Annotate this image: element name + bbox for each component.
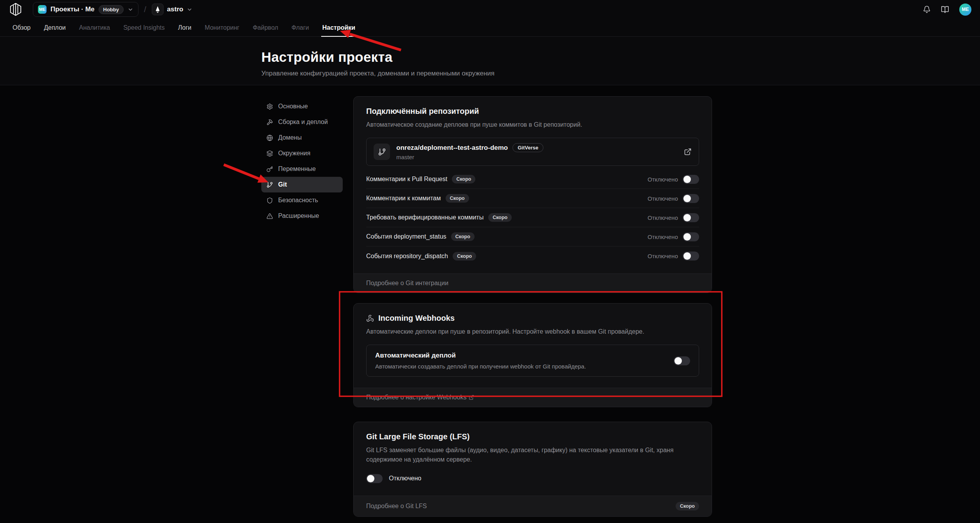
repository-name: onreza/deploment--test-astro-demo	[396, 144, 508, 152]
card-description: Автоматическое создание деплоев при пуше…	[366, 120, 699, 129]
git-lfs-docs-link[interactable]: Подробнее о Git LFS	[366, 503, 427, 510]
toggle-state-label: Отключено	[647, 234, 678, 240]
sidenav-label: Расширенные	[278, 212, 319, 219]
webhooks-docs-link[interactable]: Подробнее о настройке Webhooks	[366, 394, 474, 401]
alert-triangle-icon	[266, 213, 273, 219]
setting-description: Автоматически создавать деплой при получ…	[375, 363, 586, 370]
sidenav-item-advanced[interactable]: Расширенные	[261, 208, 343, 224]
toggle-state-label: Отключено	[389, 475, 421, 482]
chevron-down-icon	[187, 7, 192, 13]
repository-dispatch-events-toggle[interactable]	[683, 252, 699, 261]
sidenav-label: Git	[278, 181, 287, 188]
toggle-row-repository-dispatch-events: События repository_dispatch Скоро Отключ…	[366, 246, 699, 266]
sidenav-item-variables[interactable]: Переменные	[261, 161, 343, 177]
card-description: Автоматические деплои при пуше в репозит…	[366, 327, 699, 336]
auto-deploy-toggle[interactable]	[674, 356, 690, 365]
tab-speed-insights[interactable]: Speed Insights	[117, 19, 171, 36]
tab-logs[interactable]: Логи	[171, 19, 198, 36]
toggle-row-commit-comments: Комментарии к коммитам Скоро Отключено	[366, 189, 699, 208]
sidenav-item-build-deploy[interactable]: Сборка и деплой	[261, 114, 343, 130]
project-name: astro	[167, 5, 183, 13]
hammer-icon	[266, 119, 273, 126]
setting-title: Автоматический деплой	[375, 352, 456, 359]
soon-badge: Скоро	[676, 502, 699, 510]
connected-repository-card: Подключённый репозиторий Автоматическое …	[353, 96, 712, 293]
toggle-state-label: Отключено	[647, 195, 678, 202]
plan-badge: Hobby	[99, 5, 124, 14]
soon-badge: Скоро	[453, 252, 476, 261]
sidenav-label: Переменные	[278, 165, 316, 173]
sidenav-label: Основные	[278, 103, 308, 110]
commit-comments-toggle[interactable]	[683, 194, 699, 203]
incoming-webhooks-card: Incoming Webhooks Автоматические деплои …	[353, 303, 712, 407]
app-logo-icon[interactable]	[9, 2, 23, 16]
key-icon	[266, 166, 273, 173]
tab-analytics[interactable]: Аналитика	[72, 19, 117, 36]
card-title: Incoming Webhooks	[378, 314, 455, 323]
toggle-row-verified-commits: Требовать верифицированные коммиты Скоро…	[366, 208, 699, 227]
card-title: Git Large File Storage (LFS)	[366, 432, 699, 441]
project-switcher[interactable]: astro	[152, 4, 193, 15]
page-header: Настройки проекта Управление конфигураци…	[0, 37, 980, 85]
docs-book-icon[interactable]	[941, 5, 949, 14]
sidenav-item-general[interactable]: Основные	[261, 99, 343, 114]
repository-branch: master	[396, 154, 543, 160]
top-header: ME Проекты · Me Hobby / astro	[0, 0, 980, 19]
toggle-state-label: Отключено	[647, 253, 678, 259]
sidenav-label: Домены	[278, 134, 302, 141]
git-option-rows: Комментарии к Pull Request Скоро Отключе…	[366, 170, 699, 266]
tab-overview[interactable]: Обзор	[6, 19, 37, 36]
toggle-state-label: Отключено	[647, 214, 678, 221]
card-description: Git LFS заменяет большие файлы (аудио, в…	[366, 446, 699, 464]
git-lfs-toggle[interactable]	[366, 474, 383, 483]
sidenav-item-domains[interactable]: Домены	[261, 130, 343, 146]
team-switcher[interactable]: ME Проекты · Me Hobby	[33, 2, 138, 17]
sidenav-label: Окружения	[278, 150, 310, 157]
tab-monitoring[interactable]: Мониторинг	[198, 19, 246, 36]
sidenav-item-security[interactable]: Безопасность	[261, 192, 343, 208]
repository-row: onreza/deploment--test-astro-demo GitVer…	[366, 138, 699, 166]
page-subtitle: Управление конфигурацией проекта, домена…	[261, 70, 494, 77]
git-lfs-card: Git Large File Storage (LFS) Git LFS зам…	[353, 422, 712, 516]
settings-sidenav: Основные Сборка и деплой Домены	[261, 99, 343, 523]
notifications-bell-icon[interactable]	[923, 5, 931, 13]
deployment-status-events-toggle[interactable]	[683, 232, 699, 241]
auto-deploy-setting: Автоматический деплой Автоматически созд…	[366, 345, 699, 377]
sidenav-label: Сборка и деплой	[278, 119, 328, 126]
astro-framework-icon	[152, 4, 164, 15]
layers-icon	[266, 150, 273, 157]
page-title: Настройки проекта	[261, 49, 494, 65]
pr-comments-toggle[interactable]	[683, 175, 699, 184]
sidenav-item-git[interactable]: Git	[261, 177, 343, 192]
team-name: Проекты · Me	[50, 5, 95, 13]
git-branch-icon	[266, 182, 273, 188]
team-avatar: ME	[38, 5, 47, 14]
tab-firewall[interactable]: Файрвол	[246, 19, 285, 36]
card-title: Подключённый репозиторий	[366, 107, 699, 116]
soon-badge: Скоро	[488, 213, 512, 222]
tab-settings[interactable]: Настройки	[316, 19, 362, 36]
soon-badge: Скоро	[452, 175, 475, 183]
external-link-icon	[469, 395, 474, 400]
sidenav-item-environments[interactable]: Окружения	[261, 146, 343, 161]
tab-flags[interactable]: Флаги	[285, 19, 316, 36]
toggle-row-deployment-status-events: События deployment_status Скоро Отключен…	[366, 227, 699, 246]
breadcrumb-separator: /	[144, 5, 146, 14]
git-branch-icon	[374, 144, 390, 160]
verified-commits-toggle[interactable]	[683, 213, 699, 222]
soon-badge: Скоро	[451, 232, 475, 241]
toggle-state-label: Отключено	[647, 176, 678, 183]
external-link-icon[interactable]	[684, 148, 692, 156]
git-integration-docs-link[interactable]: Подробнее о Git интеграции	[366, 280, 448, 287]
project-tabbar: Обзор Деплои Аналитика Speed Insights Ло…	[0, 19, 980, 37]
webhook-icon	[366, 315, 374, 322]
globe-icon	[266, 135, 273, 141]
sidenav-label: Безопасность	[278, 197, 318, 204]
toggle-row-pr-comments: Комментарии к Pull Request Скоро Отключе…	[366, 170, 699, 189]
provider-badge: GitVerse	[512, 143, 543, 152]
chevron-down-icon	[128, 7, 133, 13]
shield-icon	[266, 197, 273, 204]
soon-badge: Скоро	[446, 194, 469, 203]
tab-deployments[interactable]: Деплои	[37, 19, 72, 36]
user-avatar[interactable]: ME	[959, 4, 971, 16]
